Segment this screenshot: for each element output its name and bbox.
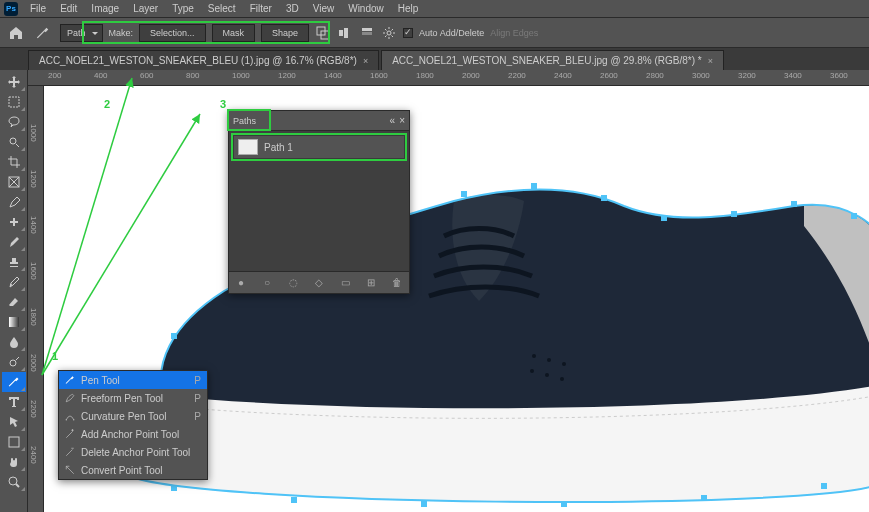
selection-button[interactable]: Selection... (139, 24, 206, 42)
close-icon[interactable]: × (708, 56, 713, 66)
ruler-tick: 400 (94, 71, 107, 80)
shape-button[interactable]: Shape (261, 24, 309, 42)
svg-rect-5 (362, 32, 372, 35)
menu-filter[interactable]: Filter (244, 1, 278, 16)
ruler-tick: 2200 (508, 71, 526, 80)
menu-3d[interactable]: 3D (280, 1, 305, 16)
new-path-icon[interactable]: ⊞ (364, 276, 378, 290)
ps-logo: Ps (4, 2, 18, 16)
flyout-label: Delete Anchor Point Tool (81, 447, 190, 458)
menu-edit[interactable]: Edit (54, 1, 83, 16)
svg-point-6 (387, 31, 391, 35)
hand-tool[interactable] (2, 452, 26, 472)
flyout-shortcut: P (194, 393, 201, 404)
stamp-tool[interactable] (2, 252, 26, 272)
frame-tool[interactable] (2, 172, 26, 192)
load-selection-icon[interactable]: ◌ (286, 276, 300, 290)
delete-path-icon[interactable]: 🗑 (390, 276, 404, 290)
eyedropper-tool[interactable] (2, 192, 26, 212)
svg-point-17 (532, 354, 536, 358)
svg-point-22 (560, 377, 564, 381)
panel-collapse-icon[interactable]: « (390, 115, 396, 126)
annotation-number-2: 2 (104, 98, 110, 110)
brush-tool[interactable] (2, 232, 26, 252)
history-brush-tool[interactable] (2, 272, 26, 292)
svg-point-20 (530, 369, 534, 373)
flyout-item-pen[interactable]: Pen Tool P (59, 371, 207, 389)
pen-tool-icon (32, 22, 54, 44)
svg-point-24 (73, 419, 74, 420)
svg-point-19 (562, 362, 566, 366)
blur-tool[interactable] (2, 332, 26, 352)
dodge-tool[interactable] (2, 352, 26, 372)
crop-tool[interactable] (2, 152, 26, 172)
tab-doc-2[interactable]: ACC_NOEL21_WESTON_SNEAKER_BLEU.jpg @ 29.… (381, 50, 724, 70)
paths-panel[interactable]: Paths «× Path 1 ● ○ ◌ ◇ ▭ ⊞ 🗑 (228, 110, 410, 294)
svg-rect-4 (362, 28, 372, 31)
close-icon[interactable]: × (363, 56, 368, 66)
path-select-tool[interactable] (2, 412, 26, 432)
path-arrange-icon[interactable] (359, 25, 375, 41)
eraser-tool[interactable] (2, 292, 26, 312)
menu-help[interactable]: Help (392, 1, 425, 16)
path-ops-icon[interactable] (315, 25, 331, 41)
ruler-tick: 1600 (370, 71, 388, 80)
fill-path-icon[interactable]: ● (234, 276, 248, 290)
gradient-tool[interactable] (2, 312, 26, 332)
healing-tool[interactable] (2, 212, 26, 232)
path-row[interactable]: Path 1 (233, 135, 405, 159)
tab-doc-1[interactable]: ACC_NOEL21_WESTON_SNEAKER_BLEU (1).jpg @… (28, 50, 379, 70)
flyout-shortcut: P (194, 411, 201, 422)
svg-point-21 (545, 373, 549, 377)
ruler-tick: 2000 (29, 354, 38, 372)
gear-icon[interactable] (381, 25, 397, 41)
lasso-tool[interactable] (2, 112, 26, 132)
ruler-tick: 3000 (692, 71, 710, 80)
stroke-path-icon[interactable]: ○ (260, 276, 274, 290)
type-tool[interactable] (2, 392, 26, 412)
flyout-item-curvature[interactable]: Curvature Pen Tool P (59, 407, 207, 425)
panel-title: Paths (233, 116, 256, 126)
add-mask-icon[interactable]: ▭ (338, 276, 352, 290)
menu-type[interactable]: Type (166, 1, 200, 16)
align-edges-label: Align Edges (490, 28, 538, 38)
svg-point-23 (66, 419, 67, 420)
svg-rect-7 (9, 97, 19, 107)
flyout-item-delete-anchor[interactable]: Delete Anchor Point Tool (59, 443, 207, 461)
ruler-tick: 1800 (416, 71, 434, 80)
svg-point-8 (10, 138, 16, 144)
flyout-label: Freeform Pen Tool (81, 393, 163, 404)
mask-button[interactable]: Mask (212, 24, 256, 42)
menu-layer[interactable]: Layer (127, 1, 164, 16)
menu-window[interactable]: Window (342, 1, 390, 16)
ruler-tick: 2400 (554, 71, 572, 80)
ruler-tick: 600 (140, 71, 153, 80)
flyout-label: Pen Tool (81, 375, 120, 386)
mode-dropdown[interactable]: Path (60, 24, 103, 42)
flyout-item-freeform[interactable]: Freeform Pen Tool P (59, 389, 207, 407)
shape-tool[interactable] (2, 432, 26, 452)
panel-close-icon[interactable]: × (399, 115, 405, 126)
flyout-item-convert[interactable]: Convert Point Tool (59, 461, 207, 479)
marquee-tool[interactable] (2, 92, 26, 112)
home-icon[interactable] (6, 23, 26, 43)
panel-header[interactable]: Paths «× (229, 111, 409, 131)
pen-tool[interactable] (2, 372, 26, 392)
menu-view[interactable]: View (307, 1, 341, 16)
zoom-tool[interactable] (2, 472, 26, 492)
menu-image[interactable]: Image (85, 1, 125, 16)
flyout-item-add-anchor[interactable]: Add Anchor Point Tool (59, 425, 207, 443)
path-align-icon[interactable] (337, 25, 353, 41)
flyout-shortcut: P (194, 375, 201, 386)
panel-body: Path 1 (229, 131, 409, 271)
menu-select[interactable]: Select (202, 1, 242, 16)
tab-label: ACC_NOEL21_WESTON_SNEAKER_BLEU (1).jpg @… (39, 55, 357, 66)
ruler-horizontal: 200 400 600 800 1000 1200 1400 1600 1800… (28, 70, 869, 86)
make-workpath-icon[interactable]: ◇ (312, 276, 326, 290)
ruler-tick: 1200 (29, 170, 38, 188)
menu-file[interactable]: File (24, 1, 52, 16)
ruler-tick: 3600 (830, 71, 848, 80)
auto-add-delete-checkbox[interactable] (403, 28, 413, 38)
quick-select-tool[interactable] (2, 132, 26, 152)
move-tool[interactable] (2, 72, 26, 92)
